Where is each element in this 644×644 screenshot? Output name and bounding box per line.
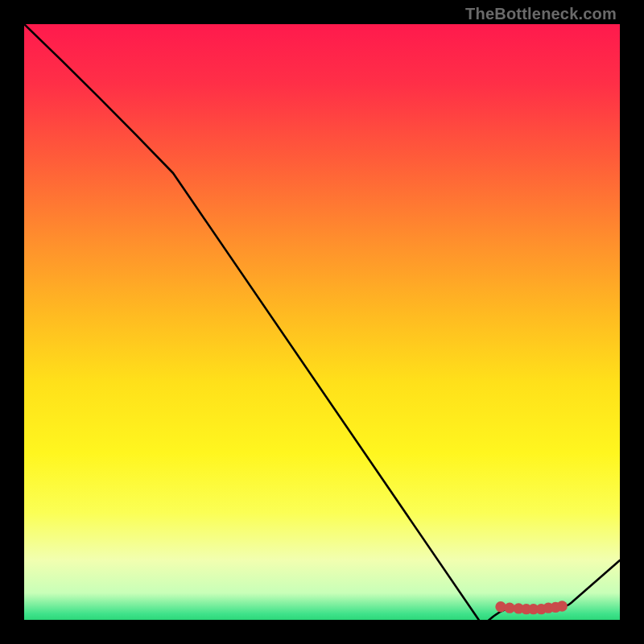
bottleneck-curve: [24, 24, 620, 620]
watermark-text: TheBottleneck.com: [465, 5, 617, 23]
plot-area: [24, 24, 620, 620]
chart-frame: TheBottleneck.com: [0, 0, 644, 644]
curve-layer: [24, 24, 620, 620]
marker-dot: [557, 601, 568, 611]
optimal-range-markers: [495, 601, 568, 614]
